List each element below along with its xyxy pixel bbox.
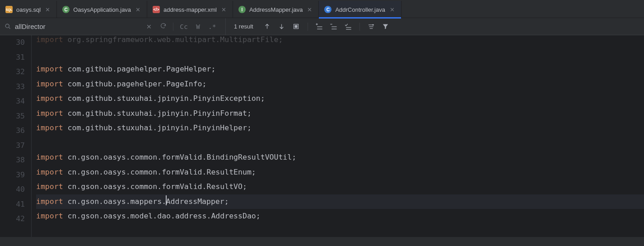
code-line[interactable]: import cn.gson.oasys.mappers.AddressMapp… — [36, 194, 644, 209]
code-line[interactable]: import cn.gson.oasys.model.dao.address.A… — [36, 209, 644, 224]
keyword: import — [36, 212, 63, 220]
svg-point-0 — [5, 24, 9, 28]
keyword: import — [36, 182, 63, 191]
code-text: com.github.stuxuhai.jpinyin.PinyinExcept… — [63, 94, 265, 103]
line-number: 30 — [0, 35, 25, 50]
keyword: import — [36, 109, 63, 118]
close-icon[interactable]: ✕ — [220, 5, 227, 14]
keyword: import — [36, 153, 63, 161]
code-text: cn.gson.oasys.common.formValid.ResultEnu… — [63, 168, 256, 176]
tab-oasys-sql[interactable]: SQL oasys.sql ✕ — [0, 1, 57, 18]
next-match-icon[interactable] — [276, 21, 288, 33]
code-line[interactable]: import cn.gson.oasys.common.formValid.Re… — [36, 180, 644, 194]
line-number: 37 — [0, 138, 25, 153]
find-nav-actions — [261, 21, 392, 33]
code-text: org.springframework.web.multipart.Multip… — [63, 35, 283, 44]
filter-icon[interactable] — [380, 21, 392, 33]
select-all-icon[interactable] — [342, 21, 354, 33]
code-line[interactable]: import com.github.pagehelper.PageHelper; — [36, 62, 644, 77]
code-text: com.github.stuxuhai.jpinyin.PinyinHelper… — [63, 123, 252, 132]
code-text: com.github.stuxuhai.jpinyin.PinyinFormat… — [63, 109, 252, 118]
tab-label: AddrController.java — [335, 6, 385, 13]
line-number: 33 — [0, 80, 25, 95]
java-class-icon: C — [62, 6, 70, 13]
code-text: AddressMapper; — [166, 197, 229, 206]
select-all-occurrences-icon[interactable] — [290, 21, 302, 33]
find-result-count: 1 result — [226, 23, 261, 30]
code-line[interactable]: import com.github.stuxuhai.jpinyin.Pinyi… — [36, 106, 644, 121]
tab-bar: SQL oasys.sql ✕ C OasysApplication.java … — [0, 1, 644, 18]
separator — [173, 23, 173, 31]
code-text: com.github.pagehelper.PageHelper; — [63, 65, 216, 73]
tab-addr-controller[interactable]: C AddrController.java ✕ — [319, 1, 401, 18]
match-case-toggle[interactable]: Cc — [178, 21, 190, 32]
remove-selection-icon[interactable] — [328, 21, 340, 33]
previous-match-icon[interactable] — [261, 21, 273, 33]
tab-label: oasys.sql — [16, 6, 41, 13]
whole-word-toggle[interactable]: W — [194, 21, 202, 32]
code-line[interactable]: import com.github.stuxuhai.jpinyin.Pinyi… — [36, 121, 644, 136]
code-line[interactable] — [36, 47, 644, 62]
line-number: 40 — [0, 182, 25, 197]
keyword: import — [36, 123, 63, 132]
close-icon[interactable]: ✕ — [389, 5, 396, 14]
keyword: import — [36, 35, 63, 44]
code-text: cn.gson.oasys.mappers. — [63, 197, 166, 206]
close-icon[interactable]: ✕ — [44, 5, 51, 14]
close-icon[interactable]: ✕ — [306, 5, 313, 14]
line-number: 42 — [0, 212, 25, 227]
find-input-actions: ✕ Cc W .* — [145, 21, 221, 33]
search-icon[interactable] — [5, 23, 11, 30]
java-interface-icon: I — [238, 6, 246, 13]
line-number: 35 — [0, 109, 25, 124]
tab-label: OasysApplication.java — [73, 6, 131, 13]
line-number-gutter: 30313233343536373839404142 — [0, 35, 32, 237]
java-class-icon: C — [324, 6, 331, 13]
keyword: import — [36, 80, 63, 88]
code-line[interactable]: import cn.gson.oasys.common.formValid.Bi… — [36, 150, 644, 165]
code-text: cn.gson.oasys.model.dao.address.AddressD… — [63, 212, 261, 220]
add-selection-icon[interactable] — [313, 21, 325, 33]
search-history-icon[interactable] — [158, 21, 168, 33]
keyword: import — [36, 168, 63, 176]
code-line[interactable]: import org.springframework.web.multipart… — [36, 33, 644, 47]
clear-search-icon[interactable]: ✕ — [145, 21, 154, 32]
code-line[interactable] — [36, 136, 644, 151]
keyword: import — [36, 65, 63, 73]
line-number: 34 — [0, 94, 25, 109]
line-number: 32 — [0, 65, 25, 80]
svg-line-1 — [9, 27, 10, 28]
sql-file-icon: SQL — [5, 6, 13, 13]
line-number: 38 — [0, 153, 25, 168]
separator — [308, 23, 308, 31]
line-number: 41 — [0, 197, 25, 212]
svg-point-18 — [373, 24, 373, 25]
code-text: cn.gson.oasys.common.formValid.BindingRe… — [63, 153, 297, 161]
xml-file-icon: </> — [153, 6, 160, 13]
line-number: 31 — [0, 50, 25, 65]
keyword: import — [36, 94, 63, 103]
tab-address-mapper-xml[interactable]: </> address-mapper.xml ✕ — [147, 1, 233, 18]
tab-label: AddressMapper.java — [249, 6, 303, 13]
regex-toggle[interactable]: .* — [206, 21, 218, 32]
toggle-find-options-icon[interactable] — [365, 21, 377, 33]
tab-label: address-mapper.xml — [163, 6, 217, 13]
code-line[interactable]: import com.github.pagehelper.PageInfo; — [36, 77, 644, 92]
code-line[interactable]: import cn.gson.oasys.common.formValid.Re… — [36, 165, 644, 180]
line-number: 39 — [0, 168, 25, 183]
separator — [359, 23, 360, 31]
code-line[interactable]: import com.github.stuxuhai.jpinyin.Pinyi… — [36, 91, 644, 106]
code-area[interactable]: import org.springframework.web.multipart… — [32, 35, 644, 237]
svg-rect-5 — [295, 25, 297, 28]
tab-oasys-application[interactable]: C OasysApplication.java ✕ — [57, 1, 147, 18]
line-number: 36 — [0, 123, 25, 138]
code-text: com.github.pagehelper.PageInfo; — [63, 80, 207, 88]
keyword: import — [36, 197, 63, 206]
code-editor[interactable]: 30313233343536373839404142 import org.sp… — [0, 35, 644, 237]
close-icon[interactable]: ✕ — [135, 5, 141, 14]
find-input[interactable] — [15, 23, 141, 30]
tab-address-mapper-java[interactable]: I AddressMapper.java ✕ — [233, 1, 319, 18]
code-text: cn.gson.oasys.common.formValid.ResultVO; — [63, 182, 247, 191]
